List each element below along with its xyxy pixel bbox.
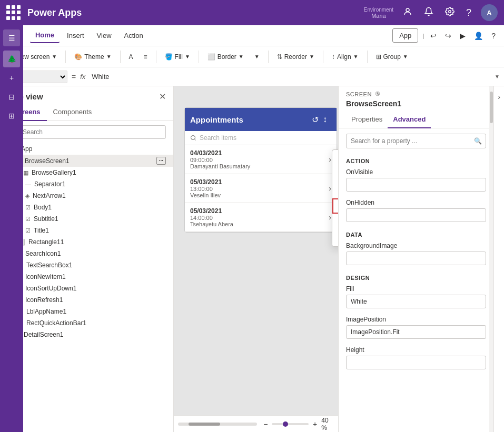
border-icon: ⬜ [207,53,215,61]
sidebar-data-btn[interactable]: ⊟ [3,88,20,105]
tree-item-browsescreen1[interactable]: ▼ 🖥 BrowseScreen1 ··· [0,155,173,167]
formula-dropdown-arrow[interactable]: ▼ [495,74,500,79]
fill-btn[interactable]: 🪣 Fill ▼ [161,51,194,63]
tree-more-menu-btn[interactable]: ··· [156,157,166,165]
tab-advanced[interactable]: Advanced [388,112,431,128]
tree-item-lblappname1[interactable]: ☑ LblAppName1 [0,306,173,317]
tree-search-input[interactable] [7,125,166,139]
ctx-expand-all[interactable]: ⊞ Expand all [332,229,338,244]
tree-label-rectquickactionbar1: RectQuickActionBar1 [26,319,86,327]
collapse-right-panel-btn[interactable]: › [493,86,504,432]
tree-label-body1: Body1 [34,204,52,211]
person-icon-btn[interactable] [401,5,414,21]
ctx-move-down[interactable]: ↓ Move down [332,152,338,167]
zoom-out-btn[interactable]: − [261,420,270,428]
text-align-btn[interactable]: ≡ [140,51,152,63]
toolbar: ☐ New screen ▼ 🎨 Theme ▼ A ≡ 🪣 Fill ▼ ⬜ … [0,46,504,67]
zoom-in-btn[interactable]: + [311,420,319,428]
tree-item-iconsortupdown1[interactable]: ◈ IconSortUpDown1 [0,283,173,294]
app-list-item-2[interactable]: 05/03/2021 13:00:00 Veselin Iliev › [185,174,337,203]
tree-item-app[interactable]: 📋 App [0,143,173,155]
play-btn[interactable]: ▶ [458,29,468,42]
formula-bar: Fill = fx ▼ [0,67,504,86]
tree-label-iconsortupdown1: IconSortUpDown1 [25,285,76,292]
tree-item-iconrefresh1[interactable]: ◈ IconRefresh1 [0,294,173,306]
app-search-placeholder[interactable]: Search items [200,134,331,142]
align-btn[interactable]: ⫶ Align ▼ [328,51,363,63]
svg-point-2 [191,136,195,140]
context-menu: ↓ Move down ⧉ Duplicate screen 🗑 Delete … [332,149,338,247]
right-panel-screen-label: SCREEN ⑤ [339,86,493,97]
tree-item-textsearchbox1[interactable]: ▭ TextSearchBox1 [0,259,173,271]
tree-item-searchicon1[interactable]: ◈ SearchIcon1 [0,248,173,259]
theme-arrow: ▼ [106,54,112,59]
environment-name: Maria [371,13,386,19]
waffle-icon[interactable] [6,5,21,20]
tree-view-close-btn[interactable]: ✕ [159,92,166,102]
fill-value-input[interactable] [346,295,486,308]
screen-help-icon[interactable]: ⑤ [375,91,381,97]
ctx-delete[interactable]: 🗑 Delete [332,183,338,198]
sidebar-menu-btn[interactable]: ☰ [3,29,20,46]
undo-btn[interactable]: ↩ [428,29,439,42]
tree-item-rectquickactionbar1[interactable]: ▭ RectQuickActionBar1 [0,317,173,329]
reorder-btn[interactable]: ⇅ Reorder ▼ [273,51,319,63]
zoom-thumb [283,421,288,427]
height-input[interactable] [346,356,486,369]
tab-properties[interactable]: Properties [346,112,388,128]
settings-btn[interactable] [443,5,457,21]
text-color-btn[interactable]: A [125,51,137,63]
app-sort-icon[interactable]: ↕ [323,115,327,124]
theme-btn[interactable]: 🎨 Theme ▼ [70,51,115,63]
group-btn[interactable]: ⊞ Group ▼ [372,51,412,63]
app-refresh-icon[interactable]: ↺ [312,115,319,125]
list-chevron-3: › [329,213,331,222]
formula-input[interactable] [92,73,490,81]
app-frame: Appointments ↺ ↕ Search items 04/03/2021… [184,107,337,233]
dropdown-btn[interactable]: ▼ [250,52,264,62]
tree-label-detailscreen1: DetailScreen1 [24,331,63,338]
backgroundimage-input[interactable] [346,252,486,265]
tree-label-iconrefresh1: IconRefresh1 [25,296,63,304]
app-btn[interactable]: App [392,28,418,43]
sidebar-tree-btn[interactable]: 🌲 [3,51,20,67]
notification-btn[interactable] [422,5,436,21]
menu-home[interactable]: Home [30,28,60,43]
ctx-collapse-all[interactable]: ⊟ Collapse all [332,214,338,229]
tree-item-title1[interactable]: ☑ Title1 [0,225,173,236]
tree-label-iconnewitem1: IconNewItem1 [25,273,66,280]
help-btn[interactable]: ? [464,5,473,21]
tree-item-nextarrow1[interactable]: ◈ NextArrow1 [0,190,173,202]
tree-item-rectangle11[interactable]: ⬜ Rectangle11 [0,236,173,248]
zoom-slider[interactable] [272,423,309,425]
menu-action[interactable]: Action [119,28,149,43]
ctx-rename[interactable]: ✎ Rename [332,198,338,214]
ctx-duplicate-screen[interactable]: ⧉ Duplicate screen [332,167,338,183]
right-search-icon: 🔍 [474,137,482,145]
app-list-item-3[interactable]: 05/03/2021 14:00:00 Tsehayetu Abera › [185,203,337,232]
avatar[interactable]: A [481,4,498,21]
tree-item-separator1[interactable]: — Separator1 [0,178,173,190]
h-scrollbar[interactable] [178,423,257,426]
tree-item-subtitle1[interactable]: ☑ Subtitle1 [0,213,173,225]
tree-item-detailscreen1[interactable]: ▶ 🖥 DetailScreen1 [0,329,173,340]
tree-item-iconnewitem1[interactable]: ◈ IconNewItem1 [0,271,173,283]
menu-insert[interactable]: Insert [62,28,90,43]
app-list-item-1[interactable]: 04/03/2021 09:00:00 Damayanti Basumatary… [185,145,337,174]
sidebar-plus-btn[interactable]: + [3,69,20,86]
tree-item-browsegallery1[interactable]: ▼ ▦ BrowseGallery1 [0,167,173,178]
sidebar-connector-btn[interactable]: ⊞ [3,107,20,124]
help-menu-btn[interactable]: ? [489,29,498,42]
right-search-input[interactable] [346,134,486,148]
align-icon: ≡ [144,53,147,61]
tree-item-body1[interactable]: ☑ Body1 [0,202,173,213]
nav-right: Environment Maria ? A [364,4,498,21]
border-btn[interactable]: ⬜ Border ▼ [203,51,248,63]
menu-view[interactable]: View [92,28,117,43]
person-btn[interactable]: 👤 [472,29,485,42]
tab-components[interactable]: Components [47,105,98,121]
onvisible-input[interactable] [346,178,486,192]
onhidden-input[interactable] [346,208,486,222]
imageposition-input[interactable] [346,325,486,339]
redo-btn[interactable]: ↪ [443,29,453,42]
